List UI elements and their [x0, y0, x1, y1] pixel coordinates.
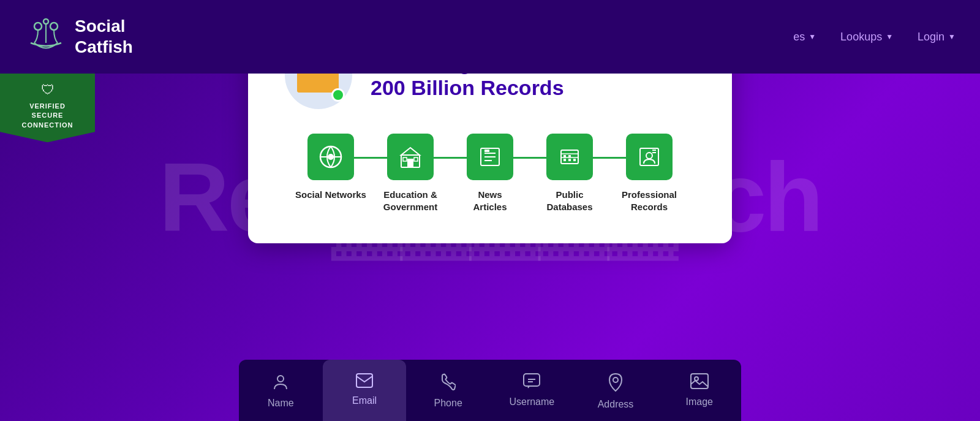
- chevron-down-icon: ▼: [809, 32, 816, 41]
- logo-icon: [24, 15, 67, 58]
- step-label-professional: ProfessionalRecords: [622, 189, 677, 213]
- nav-item-login[interactable]: Login ▼: [918, 31, 956, 44]
- professional-records-icon: [638, 145, 661, 169]
- svg-rect-27: [640, 148, 658, 165]
- tab-image[interactable]: Image: [657, 360, 741, 421]
- tab-email[interactable]: Email: [323, 360, 407, 421]
- svg-rect-37: [691, 374, 708, 389]
- tab-username-label: Username: [509, 396, 554, 408]
- social-networks-icon-box: [307, 134, 354, 180]
- step-professional-records: ProfessionalRecords: [609, 134, 689, 213]
- svg-point-1: [50, 23, 58, 30]
- header: Social Catfish es ▼ Lookups ▼ Login ▼: [0, 0, 980, 74]
- email-icon: [356, 373, 373, 390]
- tab-name[interactable]: Name: [239, 360, 323, 421]
- verified-text: VERIFIED SECURE CONNECTION: [6, 102, 89, 130]
- verified-badge: 🛡 VERIFIED SECURE CONNECTION: [0, 74, 95, 142]
- step-label-databases: PublicDatabases: [546, 189, 592, 213]
- chat-icon: [523, 373, 540, 392]
- logo-area[interactable]: Social Catfish: [24, 15, 133, 58]
- step-public-databases: PublicDatabases: [530, 134, 609, 213]
- education-government-icon: [399, 145, 422, 169]
- step-label-education: Education &Government: [383, 189, 437, 213]
- chevron-down-icon: ▼: [948, 32, 956, 41]
- news-articles-icon-box: [467, 134, 513, 180]
- steps-row: Social Networks Education &Government: [285, 134, 695, 213]
- tab-address[interactable]: Address: [574, 360, 658, 421]
- tab-name-label: Name: [268, 398, 294, 409]
- step-label-social: Social Networks: [295, 189, 366, 201]
- green-dot: [331, 88, 345, 102]
- social-networks-icon: [319, 145, 342, 169]
- tab-phone-label: Phone: [434, 398, 462, 409]
- step-label-news: NewsArticles: [473, 189, 507, 213]
- svg-point-2: [43, 19, 48, 24]
- nav-item-lookups[interactable]: Lookups ▼: [840, 31, 893, 44]
- news-articles-icon: [478, 145, 502, 169]
- public-databases-icon-box: [546, 134, 593, 180]
- svg-rect-32: [356, 374, 372, 387]
- svg-rect-11: [407, 159, 413, 167]
- svg-rect-24: [564, 159, 566, 161]
- svg-rect-12: [403, 157, 407, 161]
- location-icon: [609, 373, 622, 394]
- svg-rect-25: [568, 159, 571, 161]
- svg-point-31: [277, 376, 284, 382]
- svg-point-28: [646, 153, 652, 159]
- svg-rect-22: [564, 155, 566, 157]
- logo-text: Social Catfish: [75, 16, 133, 57]
- tab-phone[interactable]: Phone: [406, 360, 490, 421]
- chevron-down-icon: ▼: [886, 32, 893, 41]
- svg-rect-26: [573, 159, 576, 161]
- phone-icon: [441, 373, 456, 393]
- bottom-tabs: Name Email Phone Userna: [239, 360, 741, 421]
- tab-image-label: Image: [685, 396, 712, 408]
- svg-point-36: [613, 377, 618, 382]
- step-news-articles: NewsArticles: [450, 134, 530, 213]
- tab-username[interactable]: Username: [490, 360, 574, 421]
- shield-icon: 🛡: [6, 82, 89, 98]
- svg-rect-13: [414, 157, 418, 161]
- step-social-networks: Social Networks: [291, 134, 371, 201]
- tab-address-label: Address: [598, 399, 634, 410]
- tab-email-label: Email: [352, 395, 377, 406]
- step-education-government: Education &Government: [371, 134, 450, 213]
- svg-point-0: [34, 23, 42, 30]
- professional-records-icon-box: [626, 134, 673, 180]
- nav-item-services[interactable]: es ▼: [793, 31, 816, 44]
- public-databases-icon: [558, 145, 581, 169]
- header-nav: es ▼ Lookups ▼ Login ▼: [793, 31, 956, 44]
- education-government-icon-box: [387, 134, 434, 180]
- svg-rect-23: [568, 155, 571, 157]
- image-icon: [690, 373, 709, 392]
- svg-marker-10: [401, 148, 420, 155]
- person-icon: [272, 373, 289, 393]
- svg-rect-18: [484, 150, 489, 152]
